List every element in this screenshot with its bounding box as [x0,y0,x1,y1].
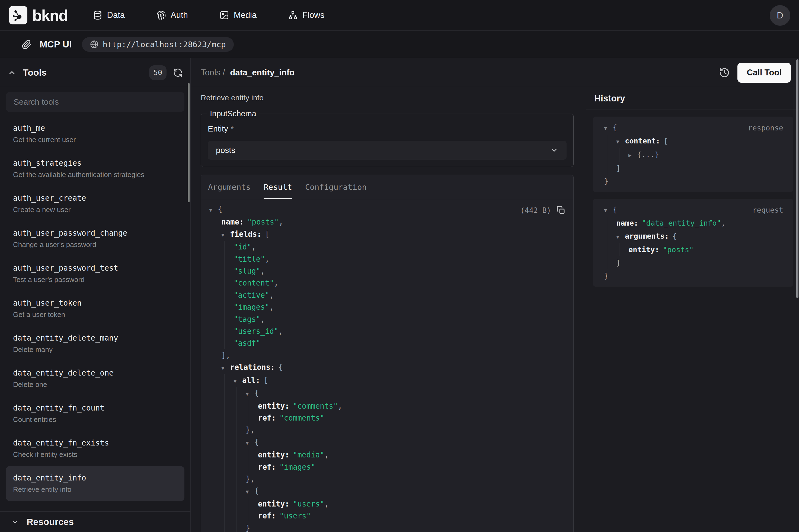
json-token-key: ref: [258,414,276,422]
tools-count-badge: 50 [149,65,167,80]
brand[interactable]: bknd [9,6,68,24]
json-token-str: "content" [233,279,274,287]
refresh-tools-button[interactable] [173,68,183,78]
chevron-up-icon[interactable] [7,68,16,77]
indent-guide [224,374,225,387]
json-token-punc: ] [616,164,621,172]
tool-item[interactable]: auth_user_password_changeChange a user's… [6,221,185,256]
nav-item-media[interactable]: Media [220,10,256,20]
nav-label: Media [234,10,256,20]
json-token-str: "active" [233,291,269,299]
json-line: "tags", [209,313,565,325]
json-line: "slug", [209,265,565,277]
workflow-icon [288,10,298,20]
result-json-viewer: (442 B) ▼{name:"posts",▼fields:["id","ti… [201,199,573,532]
collapse-triangle-icon[interactable]: ▼ [604,204,613,217]
indent-guide [224,510,225,522]
indent-guide [224,289,225,301]
tool-detail: Retrieve entity info InputSchema Entity*… [191,87,586,532]
indent-guide [224,473,225,485]
json-line: } [604,256,783,269]
json-line: "users_id", [209,325,565,337]
json-token-punc: }, [246,475,255,483]
tool-description: Get the current user [13,136,177,144]
json-token-punc: , [324,450,329,459]
json-token-str: "tags" [233,315,260,323]
breadcrumb-section[interactable]: Tools [201,68,220,77]
call-tool-button[interactable]: Call Tool [738,63,791,83]
tool-description: Change a user's password [13,241,177,249]
required-mark: * [231,125,234,133]
nav-item-auth[interactable]: Auth [156,10,188,20]
indent-guide [212,337,212,349]
globe-icon [90,40,98,49]
sidebar-scrollbar[interactable] [188,83,190,202]
tool-item[interactable]: data_entity_delete_oneDelete one [6,361,185,396]
tool-item[interactable]: data_entity_fn_existsCheck if entity exi… [6,431,185,466]
indent-guide [224,436,225,449]
history-card-response[interactable]: response ▼{▼content:[▶{...}]} [593,117,793,192]
collapse-triangle-icon[interactable]: ▼ [246,388,254,400]
search-tools-input[interactable] [6,92,185,112]
indent-guide [236,424,237,436]
indent-guide [224,498,225,510]
indent-guide [212,374,212,387]
tool-description: Create a new user [13,206,177,214]
indent-guide [224,337,225,349]
indent-guide [224,253,225,265]
input-schema-fieldset: InputSchema Entity* posts [201,109,574,167]
json-token-punc: , [338,402,342,410]
collapse-triangle-icon[interactable]: ▼ [209,204,218,216]
expand-triangle-icon[interactable]: ▶ [628,149,637,162]
json-token-str: "id" [233,242,251,251]
history-icon [719,67,730,78]
json-token-key: entity: [628,245,659,254]
tool-item[interactable]: auth_strategiesGet the available authent… [6,151,185,186]
json-token-punc: { [254,487,259,495]
result-panel: ArgumentsResultConfiguration (442 B) ▼{n… [201,175,574,532]
collapse-triangle-icon[interactable]: ▼ [221,362,230,374]
json-token-punc: }, [246,425,255,434]
mcp-title: MCP UI [40,39,72,50]
tool-item[interactable]: data_entity_fn_countCount entities [6,396,185,431]
tool-item[interactable]: data_entity_delete_manyDelete many [6,326,185,361]
collapse-triangle-icon[interactable]: ▼ [233,375,242,387]
json-line: "images", [209,301,565,313]
entity-select[interactable]: posts [208,141,567,160]
tab-arguments[interactable]: Arguments [208,175,251,199]
json-line: ▼fields:[ [209,228,565,241]
collapse-triangle-icon[interactable]: ▼ [616,135,625,148]
breadcrumb-separator: / [223,68,225,77]
tool-name: auth_user_password_test [13,264,177,272]
collapse-triangle-icon[interactable]: ▼ [616,230,625,243]
indent-guide [607,217,607,230]
tool-item[interactable]: auth_meGet the current user [6,116,185,151]
history-card-request[interactable]: request ▼{name:"data_entity_info",▼argum… [593,199,793,287]
nav-item-data[interactable]: Data [93,10,125,20]
tab-configuration[interactable]: Configuration [305,175,367,199]
indent-guide [212,424,212,436]
tool-item[interactable]: auth_user_tokenGet a user token [6,291,185,326]
json-token-punc: , [251,242,256,251]
resources-section-header[interactable]: Resources [0,511,190,532]
collapse-triangle-icon[interactable]: ▼ [246,437,254,449]
content-scrollbar[interactable] [796,59,798,298]
tools-section-header[interactable]: Tools 50 [0,58,190,87]
collapse-triangle-icon[interactable]: ▼ [604,121,613,134]
indent-guide [607,230,607,243]
json-line: "title", [209,253,565,265]
tool-name: data_entity_fn_exists [13,438,177,448]
collapse-triangle-icon[interactable]: ▼ [246,486,254,498]
user-avatar[interactable]: D [770,5,790,26]
indent-guide [224,449,225,461]
tool-name: auth_user_token [13,299,177,307]
server-url-pill[interactable]: http://localhost:28623/mcp [82,37,234,52]
tool-item[interactable]: data_entity_infoRetrieve entity info [6,466,185,501]
nav-item-flows[interactable]: Flows [288,10,324,20]
history-toggle-button[interactable] [719,67,730,78]
tab-result[interactable]: Result [264,175,292,199]
indent-guide [212,228,212,241]
collapse-triangle-icon[interactable]: ▼ [221,229,230,241]
tool-item[interactable]: auth_user_createCreate a new user [6,186,185,221]
tool-item[interactable]: auth_user_password_testTest a user's pas… [6,256,185,291]
